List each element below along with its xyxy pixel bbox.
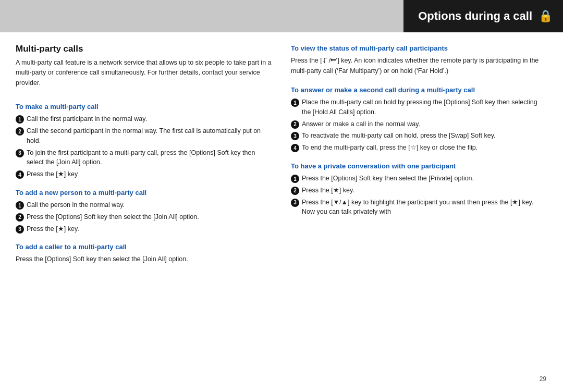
section-private-conversation-steps: 1 Press the [Options] Soft key then sele… bbox=[291, 174, 547, 217]
step-num-2: 2 bbox=[16, 213, 24, 222]
section-private-conversation-title: To have a private conversation with one … bbox=[291, 162, 547, 171]
step-text: Call the person in the normal way. bbox=[27, 200, 125, 210]
step-num-1: 1 bbox=[16, 201, 24, 210]
step-num-2: 2 bbox=[16, 127, 24, 136]
step-text: Answer or make a call in the normal way. bbox=[302, 119, 420, 129]
list-item: 2 Call the second participant in the nor… bbox=[16, 126, 272, 146]
section-answer-second-call-title: To answer or make a second call during a… bbox=[291, 85, 547, 95]
step-text: Call the second participant in the norma… bbox=[27, 126, 272, 146]
step-num-2: 2 bbox=[291, 187, 299, 195]
list-item: 3 To reactivate the multi-party call on … bbox=[291, 131, 547, 141]
section-make-multiparty: To make a multi-party call 1 Call the fi… bbox=[16, 102, 272, 181]
step-num-1: 1 bbox=[291, 99, 299, 107]
step-text: Press the [Options] Soft key then select… bbox=[27, 212, 199, 222]
list-item: 1 Call the person in the normal way. bbox=[16, 200, 272, 210]
step-num-4: 4 bbox=[291, 144, 299, 152]
list-item: 1 Place the multi-party call on hold by … bbox=[291, 97, 547, 117]
step-text: Press the [★] key. bbox=[27, 224, 79, 234]
list-item: 2 Press the [★] key. bbox=[291, 186, 547, 195]
main-section-intro: A multi-party call feature is a network … bbox=[16, 58, 272, 88]
section-add-caller-text: Press the [Options] Soft key then select… bbox=[16, 254, 272, 264]
step-num-3: 3 bbox=[291, 132, 299, 140]
list-item: 4 Press the [★] key bbox=[16, 169, 272, 179]
section-view-status: To view the status of multi-party call p… bbox=[291, 44, 547, 79]
lock-icon: 🔒 bbox=[538, 9, 553, 23]
step-text: Press the [Options] Soft key then select… bbox=[302, 174, 474, 183]
left-column: Multi-party calls A multi-party call fea… bbox=[16, 44, 272, 384]
list-item: 1 Call the first participant in the norm… bbox=[16, 114, 272, 124]
step-text: To join the first participant to a multi… bbox=[27, 148, 272, 168]
page-number: 29 bbox=[540, 375, 546, 383]
step-text: Press the [★] key. bbox=[302, 186, 354, 195]
section-add-new-person-steps: 1 Call the person in the normal way. 2 P… bbox=[16, 200, 272, 234]
list-item: 4 To end the multi-party call, press the… bbox=[291, 143, 547, 153]
step-num-3: 3 bbox=[16, 225, 24, 234]
section-answer-second-call: To answer or make a second call during a… bbox=[291, 85, 547, 155]
right-column: To view the status of multi-party call p… bbox=[291, 44, 547, 384]
step-text: To reactivate the multi-party call on ho… bbox=[302, 131, 495, 141]
list-item: 1 Press the [Options] Soft key then sele… bbox=[291, 174, 547, 183]
list-item: 2 Answer or make a call in the normal wa… bbox=[291, 119, 547, 129]
section-private-conversation: To have a private conversation with one … bbox=[291, 162, 547, 219]
step-text: Call the first participant in the normal… bbox=[27, 114, 147, 124]
list-item: 2 Press the [Options] Soft key then sele… bbox=[16, 212, 272, 222]
section-make-multiparty-title: To make a multi-party call bbox=[16, 102, 272, 112]
header-title-box: Options during a call 🔒 bbox=[403, 0, 563, 32]
list-item: 3 To join the first participant to a mul… bbox=[16, 148, 272, 168]
step-text: To end the multi-party call, press the [… bbox=[302, 143, 478, 153]
section-add-caller: To add a caller to a multi-party call Pr… bbox=[16, 242, 272, 267]
section-add-new-person-title: To add a new person to a multi-party cal… bbox=[16, 188, 272, 198]
header: Options during a call 🔒 bbox=[0, 0, 563, 32]
section-add-new-person: To add a new person to a multi-party cal… bbox=[16, 188, 272, 236]
section-make-multiparty-steps: 1 Call the first participant in the norm… bbox=[16, 114, 272, 179]
section-answer-second-call-steps: 1 Place the multi-party call on hold by … bbox=[291, 97, 547, 153]
step-text: Press the [★] key bbox=[27, 169, 78, 179]
list-item: 3 Press the [★] key. bbox=[16, 224, 272, 234]
step-num-2: 2 bbox=[291, 120, 299, 129]
page-title: Options during a call bbox=[418, 9, 532, 23]
main-section-title: Multi-party calls bbox=[16, 44, 272, 54]
step-num-3: 3 bbox=[291, 199, 299, 207]
step-num-1: 1 bbox=[291, 175, 299, 183]
step-num-1: 1 bbox=[16, 115, 24, 124]
section-add-caller-title: To add a caller to a multi-party call bbox=[16, 242, 272, 252]
section-view-status-text: Press the [⮦/⮨] key. An icon indicates w… bbox=[291, 56, 547, 76]
step-num-4: 4 bbox=[16, 170, 24, 179]
main-section: Multi-party calls A multi-party call fea… bbox=[16, 44, 272, 95]
list-item: 3 Press the [▼/▲] key to highlight the p… bbox=[291, 198, 547, 217]
section-view-status-title: To view the status of multi-party call p… bbox=[291, 44, 547, 53]
step-num-3: 3 bbox=[16, 149, 24, 157]
step-text: Press the [▼/▲] key to highlight the par… bbox=[302, 198, 547, 217]
step-text: Place the multi-party call on hold by pr… bbox=[302, 97, 547, 117]
